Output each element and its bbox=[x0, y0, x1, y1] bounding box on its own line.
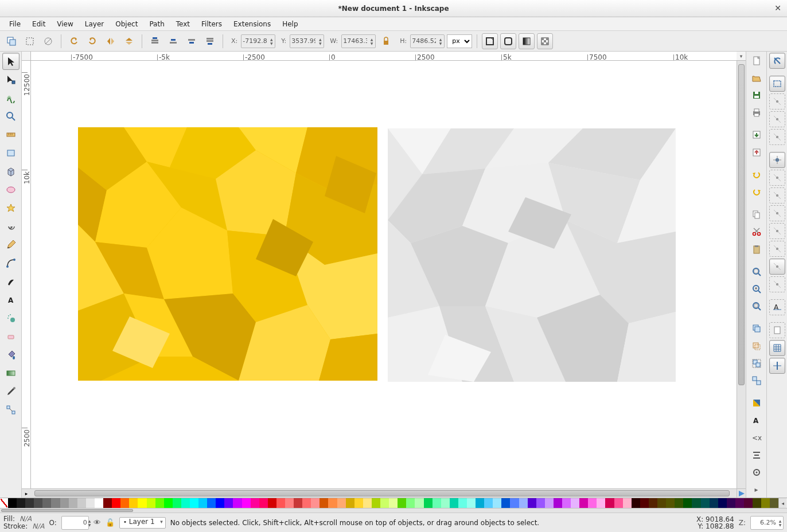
tool-star[interactable] bbox=[2, 200, 20, 217]
palette-swatch[interactable] bbox=[666, 498, 675, 508]
palette-swatch[interactable] bbox=[484, 498, 493, 508]
menu-filters[interactable]: Filters bbox=[196, 18, 228, 30]
palette-swatch[interactable] bbox=[242, 498, 251, 508]
palette-swatch[interactable] bbox=[8, 498, 17, 508]
menu-edit[interactable]: Edit bbox=[26, 18, 51, 30]
menu-layer[interactable]: Layer bbox=[79, 18, 110, 30]
h-input[interactable] bbox=[411, 37, 437, 45]
cmd-prefs[interactable] bbox=[749, 464, 765, 480]
tool-3dbox[interactable] bbox=[2, 163, 20, 180]
palette-swatch[interactable] bbox=[86, 498, 95, 508]
palette-swatch[interactable] bbox=[441, 498, 450, 508]
snap-center[interactable] bbox=[769, 259, 785, 275]
palette-swatch[interactable] bbox=[328, 498, 337, 508]
tool-text[interactable]: A bbox=[2, 291, 20, 308]
horizontal-scrollbar[interactable] bbox=[31, 488, 737, 498]
tool-selector[interactable] bbox=[2, 53, 20, 70]
layer-lock-toggle[interactable]: 🔓 bbox=[106, 518, 115, 527]
palette-swatch[interactable] bbox=[363, 498, 372, 508]
snap-cusp[interactable] bbox=[769, 205, 785, 221]
palette-swatch[interactable] bbox=[103, 498, 112, 508]
zoom-input[interactable] bbox=[751, 519, 777, 526]
snap-grid[interactable] bbox=[769, 340, 785, 356]
tool-zoom[interactable] bbox=[2, 108, 20, 125]
palette-swatch[interactable] bbox=[129, 498, 138, 508]
canvas[interactable] bbox=[31, 61, 737, 488]
palette-swatch[interactable] bbox=[597, 498, 605, 508]
cmd-copy[interactable] bbox=[749, 206, 765, 222]
affect-gradient-button[interactable] bbox=[519, 33, 535, 49]
palette-swatch[interactable] bbox=[198, 498, 207, 508]
palette-swatch[interactable] bbox=[51, 498, 60, 508]
tool-tweak[interactable] bbox=[2, 89, 20, 107]
palette-swatch[interactable] bbox=[770, 498, 778, 508]
palette-swatch[interactable] bbox=[649, 498, 657, 508]
palette-swatch[interactable] bbox=[259, 498, 268, 508]
palette-swatch[interactable] bbox=[372, 498, 380, 508]
palette-menu-button[interactable]: ◂ bbox=[778, 498, 786, 508]
snap-bbox-edge[interactable] bbox=[769, 93, 785, 109]
palette-swatch[interactable] bbox=[164, 498, 173, 508]
palette-swatch[interactable] bbox=[458, 498, 467, 508]
palette-swatch[interactable] bbox=[268, 498, 276, 508]
cmd-ungroup[interactable] bbox=[749, 373, 765, 388]
palette-swatch[interactable] bbox=[190, 498, 198, 508]
palette-swatch[interactable] bbox=[207, 498, 216, 508]
tool-spray[interactable] bbox=[2, 310, 20, 327]
palette-swatch[interactable] bbox=[173, 498, 181, 508]
palette-swatch[interactable] bbox=[60, 498, 69, 508]
palette-swatch[interactable] bbox=[155, 498, 164, 508]
palette-swatch[interactable] bbox=[406, 498, 415, 508]
palette-swatch[interactable] bbox=[536, 498, 545, 508]
cmd-zoom-drawing[interactable] bbox=[749, 281, 765, 296]
palette-swatch[interactable] bbox=[718, 498, 727, 508]
select-all-button[interactable] bbox=[22, 33, 38, 49]
menu-text[interactable]: Text bbox=[170, 18, 196, 30]
tool-calligraphy[interactable] bbox=[2, 273, 20, 290]
snap-enable[interactable] bbox=[769, 53, 785, 69]
y-spinbox[interactable]: ▲▼ bbox=[290, 34, 324, 48]
snap-smooth[interactable] bbox=[769, 223, 785, 239]
palette-swatch[interactable] bbox=[675, 498, 683, 508]
zoom-spinbox[interactable]: ▲▼ bbox=[750, 516, 784, 530]
tool-ellipse[interactable] bbox=[2, 181, 20, 198]
window-close-button[interactable]: ✕ bbox=[773, 3, 782, 13]
quick-zoom-button[interactable]: ▸ bbox=[22, 488, 31, 498]
tool-spiral[interactable] bbox=[2, 218, 20, 235]
unit-select[interactable]: px bbox=[447, 34, 472, 48]
affect-corners-button[interactable] bbox=[500, 33, 516, 49]
layer-visibility-toggle[interactable]: 👁 bbox=[93, 518, 101, 527]
snap-rotation[interactable] bbox=[769, 276, 785, 292]
layer-selector[interactable]: • Layer 1 bbox=[119, 517, 166, 529]
palette-swatch[interactable] bbox=[380, 498, 389, 508]
snap-bbox-corner[interactable] bbox=[769, 111, 785, 127]
raise-to-top-button[interactable] bbox=[147, 33, 163, 49]
opacity-spinbox[interactable]: ▲▼ bbox=[61, 516, 89, 530]
lower-to-bottom-button[interactable] bbox=[202, 33, 218, 49]
rotate-cw-button[interactable] bbox=[84, 33, 100, 49]
raise-button[interactable] bbox=[165, 33, 181, 49]
palette-swatch[interactable] bbox=[424, 498, 433, 508]
palette-swatch[interactable] bbox=[302, 498, 311, 508]
tool-pencil[interactable] bbox=[2, 236, 20, 253]
affect-pattern-button[interactable] bbox=[537, 33, 553, 49]
rotate-ccw-button[interactable] bbox=[66, 33, 82, 49]
w-spinbox[interactable]: ▲▼ bbox=[341, 34, 376, 48]
palette-swatch[interactable] bbox=[692, 498, 700, 508]
tool-measure[interactable] bbox=[2, 126, 20, 143]
x-spinbox[interactable]: ▲▼ bbox=[241, 34, 275, 48]
x-input[interactable] bbox=[241, 37, 268, 45]
tool-rect[interactable] bbox=[2, 144, 20, 162]
palette-swatch[interactable] bbox=[614, 498, 623, 508]
palette-swatch[interactable] bbox=[510, 498, 519, 508]
palette-nofill[interactable] bbox=[0, 498, 8, 508]
cmd-new[interactable] bbox=[749, 53, 765, 68]
palette-swatch[interactable] bbox=[579, 498, 588, 508]
menu-help[interactable]: Help bbox=[276, 18, 303, 30]
tool-bucket[interactable] bbox=[2, 346, 20, 363]
snap-node[interactable] bbox=[769, 152, 785, 168]
palette-swatch[interactable] bbox=[450, 498, 458, 508]
tool-eraser[interactable] bbox=[2, 328, 20, 345]
fill-stroke-indicator[interactable]: Fill:N/A Stroke:N/A bbox=[3, 515, 45, 530]
palette-swatch[interactable] bbox=[735, 498, 744, 508]
